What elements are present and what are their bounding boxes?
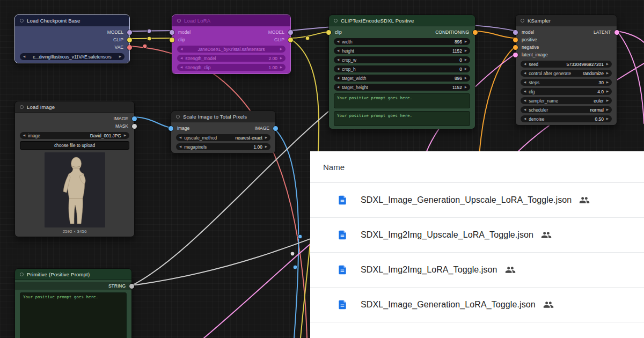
upload-button[interactable]: choose file to upload	[20, 141, 129, 150]
port-model-input[interactable]	[170, 30, 174, 35]
increment-arrow-icon[interactable]	[465, 86, 467, 89]
reroute-dot[interactable]	[143, 44, 147, 48]
node-title-bar[interactable]: Load Checkpoint Base	[15, 15, 129, 26]
collapse-toggle-icon[interactable]	[20, 19, 24, 23]
decrement-arrow-icon[interactable]	[337, 77, 339, 80]
increment-arrow-icon[interactable]	[465, 58, 467, 62]
port-negative-input[interactable]	[513, 45, 518, 50]
decrement-arrow-icon[interactable]	[23, 134, 25, 137]
decrement-arrow-icon[interactable]	[23, 55, 25, 58]
file-row[interactable]: SDXL_Image_Generation_Upscale_LoRA_Toggl…	[310, 183, 644, 218]
node-load-lora[interactable]: Load LoRA model MODEL clip CLIP JaneDoeX…	[172, 14, 291, 74]
increment-arrow-icon[interactable]	[280, 66, 282, 69]
decrement-arrow-icon[interactable]	[337, 49, 339, 53]
increment-arrow-icon[interactable]	[606, 63, 609, 66]
widget-megapixels[interactable]: megapixels 1.00	[176, 143, 270, 150]
widget-upscale-method[interactable]: upscale_method nearest-exact	[176, 134, 270, 141]
port-clip-output[interactable]	[288, 38, 293, 42]
widget-control-after-generate[interactable]: control after generate randomize	[521, 70, 612, 77]
port-image-output[interactable]	[273, 126, 278, 131]
node-load-checkpoint[interactable]: Load Checkpoint Base MODEL CLIP VAE c...…	[14, 14, 130, 63]
port-mask-output[interactable]	[132, 124, 137, 129]
port-conditioning-output[interactable]	[473, 30, 478, 35]
widget-seed[interactable]: seed 573304996927201	[521, 61, 612, 68]
node-title-bar[interactable]: Load LoRA	[172, 15, 290, 26]
widget-target-width[interactable]: target_width 896	[334, 75, 470, 82]
decrement-arrow-icon[interactable]	[337, 58, 339, 62]
port-positive-input[interactable]	[513, 38, 518, 42]
file-row[interactable]: SDXL_Image_Generation_LoRA_Toggle.json	[310, 288, 644, 322]
port-model-input[interactable]	[513, 30, 518, 35]
increment-arrow-icon[interactable]	[606, 72, 609, 75]
increment-arrow-icon[interactable]	[265, 145, 267, 149]
decrement-arrow-icon[interactable]	[179, 136, 181, 139]
widget-cfg[interactable]: cfg 4.0	[521, 88, 612, 95]
decrement-arrow-icon[interactable]	[337, 86, 339, 89]
file-row[interactable]: SDXL_Img2Img_Upscale_LoRA_Toggle.json	[310, 218, 644, 253]
collapse-toggle-icon[interactable]	[334, 19, 338, 23]
decrement-arrow-icon[interactable]	[524, 72, 526, 75]
port-latent-image-input[interactable]	[513, 53, 518, 57]
widget-strength-clip[interactable]: strength_clip 1.00	[177, 64, 286, 71]
increment-arrow-icon[interactable]	[265, 136, 267, 139]
widget-crop-h[interactable]: crop_h 0	[334, 65, 470, 72]
reroute-dot[interactable]	[147, 36, 151, 41]
node-title-bar[interactable]: KSampler	[516, 15, 617, 26]
increment-arrow-icon[interactable]	[606, 90, 609, 93]
collapse-toggle-icon[interactable]	[20, 105, 24, 109]
collapse-toggle-icon[interactable]	[177, 19, 181, 23]
widget-height[interactable]: height 1152	[334, 47, 470, 54]
node-load-image[interactable]: Load Image IMAGE MASK image David_001.JP…	[14, 101, 135, 237]
increment-arrow-icon[interactable]	[606, 117, 609, 121]
node-primitive-positive-prompt[interactable]: Primitive (Positive Prompt) STRING Your …	[14, 268, 132, 338]
increment-arrow-icon[interactable]	[606, 108, 609, 112]
widget-steps[interactable]: steps 30	[521, 79, 612, 86]
widget-sampler-name[interactable]: sampler_name euler	[521, 97, 612, 104]
decrement-arrow-icon[interactable]	[524, 81, 526, 84]
widget-lora-name[interactable]: JaneDoeXL_byKristal.safetensors	[177, 46, 286, 53]
port-clip-input[interactable]	[170, 38, 174, 42]
decrement-arrow-icon[interactable]	[180, 57, 182, 60]
port-image-input[interactable]	[169, 126, 173, 131]
decrement-arrow-icon[interactable]	[180, 48, 182, 51]
reroute-dot[interactable]	[290, 252, 295, 256]
port-image-output[interactable]	[132, 116, 137, 121]
decrement-arrow-icon[interactable]	[337, 40, 339, 43]
decrement-arrow-icon[interactable]	[524, 117, 526, 121]
decrement-arrow-icon[interactable]	[524, 99, 526, 102]
increment-arrow-icon[interactable]	[465, 77, 467, 80]
image-preview[interactable]	[45, 152, 105, 227]
collapse-toggle-icon[interactable]	[176, 115, 180, 119]
decrement-arrow-icon[interactable]	[180, 66, 182, 69]
widget-image-file[interactable]: image David_001.JPG	[20, 132, 129, 139]
widget-target-height[interactable]: target_height 1152	[334, 84, 470, 91]
widget-width[interactable]: width 896	[334, 38, 470, 45]
node-title-bar[interactable]: CLIPTextEncodeSDXL Positive	[329, 15, 475, 26]
increment-arrow-icon[interactable]	[606, 81, 609, 84]
increment-arrow-icon[interactable]	[465, 68, 467, 71]
node-scale-image[interactable]: Scale Image to Total Pixels image IMAGE …	[171, 111, 276, 153]
reroute-dot[interactable]	[298, 234, 302, 239]
prompt-text-g[interactable]: Your positive prompt goes here.	[334, 93, 470, 108]
increment-arrow-icon[interactable]	[280, 57, 282, 60]
decrement-arrow-icon[interactable]	[179, 145, 181, 149]
port-model-output[interactable]	[127, 30, 132, 35]
node-clip-text-encode-positive[interactable]: CLIPTextEncodeSDXL Positive clip CONDITI…	[328, 14, 475, 129]
reroute-dot[interactable]	[305, 36, 310, 40]
port-vae-output[interactable]	[127, 45, 132, 50]
reroute-dot[interactable]	[147, 29, 151, 33]
port-model-output[interactable]	[288, 30, 293, 35]
port-latent-output[interactable]	[614, 30, 619, 35]
widget-scheduler[interactable]: scheduler normal	[521, 106, 612, 113]
node-ksampler[interactable]: KSampler model LATENT positive negative …	[515, 14, 617, 126]
increment-arrow-icon[interactable]	[465, 49, 467, 53]
reroute-dot[interactable]	[293, 265, 297, 269]
increment-arrow-icon[interactable]	[606, 99, 609, 102]
node-title-bar[interactable]: Load Image	[15, 101, 134, 113]
increment-arrow-icon[interactable]	[124, 134, 126, 137]
port-clip-input[interactable]	[326, 30, 331, 35]
widget-denoise[interactable]: denoise 0.50	[521, 115, 612, 122]
decrement-arrow-icon[interactable]	[337, 68, 339, 71]
file-row[interactable]: SDXL_Img2Img_LoRA_Toggle.json	[310, 253, 644, 288]
prompt-textarea[interactable]: Your positive prompt goes here.	[20, 292, 127, 338]
